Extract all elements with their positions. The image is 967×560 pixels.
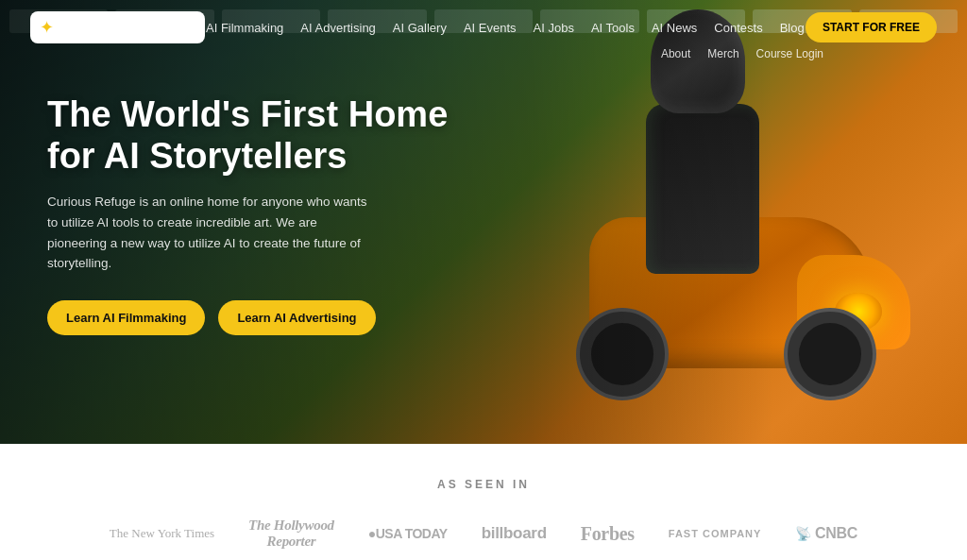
nav-ai-gallery[interactable]: AI Gallery xyxy=(393,21,447,35)
nav-blog[interactable]: Blog xyxy=(780,21,805,35)
hero-content: The World's First Home for AI Storytelle… xyxy=(47,94,463,335)
nav-ai-events[interactable]: AI Events xyxy=(464,21,517,35)
press-logo-fastcompany: FAST COMPANY xyxy=(669,528,762,539)
logo-text: curious refuge xyxy=(58,15,195,40)
as-seen-in-label: AS SEEN IN xyxy=(38,478,929,491)
nav-course-login[interactable]: Course Login xyxy=(756,47,823,60)
hero-title: The World's First Home for AI Storytelle… xyxy=(47,94,463,177)
nav-ai-tools[interactable]: AI Tools xyxy=(591,21,635,35)
hero-subtitle: Curious Refuge is an online home for any… xyxy=(47,192,368,273)
cnbc-peacock-icon: 📡 xyxy=(795,526,811,541)
nav-ai-filmmaking[interactable]: AI Filmmaking xyxy=(206,21,283,35)
nav-about[interactable]: About xyxy=(661,47,690,60)
press-logo-forbes: Forbes xyxy=(581,523,635,545)
press-logo-hollywood: The HollywoodReporter xyxy=(248,518,334,550)
press-logo-usatoday: ●USA TODAY xyxy=(368,526,448,541)
nav-contests[interactable]: Contests xyxy=(714,21,762,35)
nav-secondary-links: About Merch Course Login xyxy=(30,47,823,66)
nav-links-main: AI Filmmaking AI Advertising AI Gallery … xyxy=(206,21,805,35)
hero-buttons: Learn AI Filmmaking Learn AI Advertising xyxy=(47,300,463,335)
site-logo[interactable]: ✦ curious refuge xyxy=(30,11,205,43)
press-logo-nyt: The New York Times xyxy=(110,526,214,541)
navbar: ✦ curious refuge AI Filmmaking AI Advert… xyxy=(0,0,967,66)
nav-merch[interactable]: Merch xyxy=(707,47,738,60)
start-for-free-button[interactable]: START FOR FREE xyxy=(806,12,937,42)
learn-ai-advertising-button[interactable]: Learn AI Advertising xyxy=(218,300,375,335)
as-seen-in-section: AS SEEN IN The New York Times The Hollyw… xyxy=(0,444,967,560)
nav-ai-news[interactable]: AI News xyxy=(652,21,697,35)
press-logo-cnbc: 📡 CNBC xyxy=(795,525,857,542)
hero-section: The World's First Home for AI Storytelle… xyxy=(0,0,967,444)
learn-ai-filmmaking-button[interactable]: Learn AI Filmmaking xyxy=(47,300,205,335)
press-logo-billboard: billboard xyxy=(482,524,547,543)
nav-ai-advertising[interactable]: AI Advertising xyxy=(300,21,376,35)
nav-ai-jobs[interactable]: AI Jobs xyxy=(534,21,574,35)
press-logos-container: The New York Times The HollywoodReporter… xyxy=(38,518,929,550)
logo-sun-icon: ✦ xyxy=(40,17,54,38)
